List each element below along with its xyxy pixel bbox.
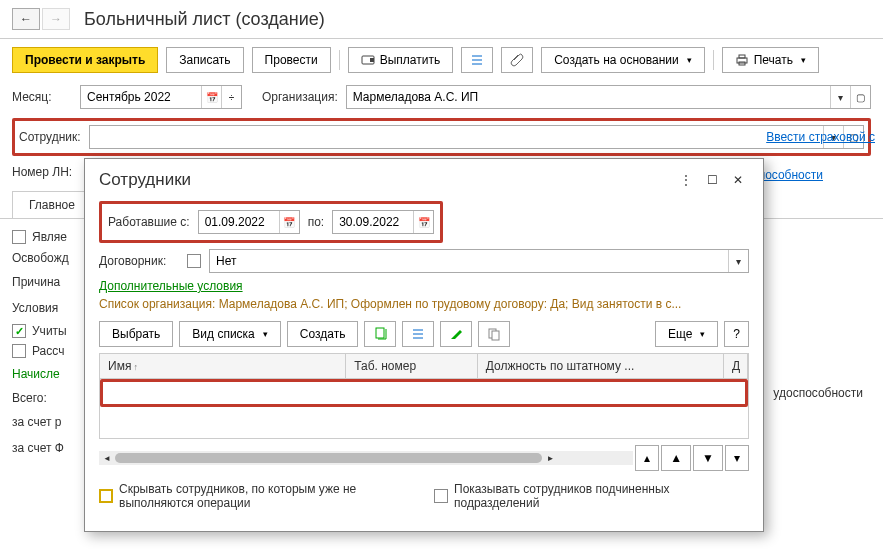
date-to-calendar-icon[interactable]: 📅 — [413, 211, 433, 233]
back-button[interactable]: ← — [12, 8, 40, 30]
extra-conditions-link[interactable]: Дополнительные условия — [99, 279, 749, 293]
view-button[interactable]: Вид списка — [179, 321, 280, 347]
spinner-icon[interactable]: ÷ — [221, 86, 241, 108]
calc-checkbox[interactable] — [12, 344, 26, 358]
employee-input[interactable] — [90, 127, 823, 147]
attach-button[interactable] — [501, 47, 533, 73]
col-d[interactable]: Д — [724, 354, 748, 378]
printer-icon — [735, 53, 749, 67]
hide-label: Скрывать сотрудников, по которым уже не … — [119, 482, 379, 510]
paperclip-icon — [510, 53, 524, 67]
date-to-label: по: — [308, 215, 325, 229]
popup-title: Сотрудники — [99, 170, 671, 190]
calc-label: Рассч — [32, 344, 64, 358]
accounting-checkbox[interactable] — [12, 324, 26, 338]
month-label: Месяц: — [12, 90, 72, 104]
svg-rect-1 — [370, 58, 374, 62]
list-button[interactable] — [461, 47, 493, 73]
col-tab[interactable]: Таб. номер — [346, 354, 478, 378]
date-filter-row: Работавшие с: 📅 по: 📅 — [102, 204, 440, 240]
pay-button[interactable]: Выплатить — [348, 47, 454, 73]
scroll-left-icon[interactable]: ◄ — [99, 451, 115, 465]
is-label: Являе — [32, 230, 67, 244]
show-sub-label: Показывать сотрудников подчиненных подра… — [454, 482, 714, 510]
popup-more-icon[interactable]: ⋮ — [675, 169, 697, 191]
worked-from-label: Работавшие с: — [108, 215, 190, 229]
org-dropdown-icon[interactable]: ▾ — [830, 86, 850, 108]
popup-maximize-icon[interactable]: ☐ — [701, 169, 723, 191]
insurance-link[interactable]: Ввести страховой с — [766, 130, 875, 144]
date-from-calendar-icon[interactable]: 📅 — [279, 211, 299, 233]
list-icon — [470, 53, 484, 67]
popup-footer: Скрывать сотрудников, по которым уже не … — [99, 471, 749, 521]
date-from-input[interactable] — [199, 212, 279, 232]
month-input-group: 📅 ÷ — [80, 85, 242, 109]
org-open-icon[interactable]: ▢ — [850, 86, 870, 108]
list-icon — [411, 327, 425, 341]
create-based-button[interactable]: Создать на основании — [541, 47, 705, 73]
main-toolbar: Провести и закрыть Записать Провести Вып… — [0, 39, 883, 81]
forward-button: → — [42, 8, 70, 30]
org-input-group: ▾ ▢ — [346, 85, 871, 109]
popup-header: Сотрудники ⋮ ☐ ✕ — [85, 159, 763, 201]
list2-button[interactable] — [402, 321, 434, 347]
page-title: Больничный лист (создание) — [84, 9, 325, 30]
grid-body — [99, 379, 749, 439]
tab-main[interactable]: Главное — [12, 191, 92, 218]
employee-label: Сотрудник: — [19, 130, 81, 144]
show-sub-checkbox[interactable] — [434, 489, 448, 503]
h-scrollbar[interactable]: ◄ ► — [99, 451, 633, 465]
wallet-icon — [361, 53, 375, 67]
filter-summary: Список организация: Мармеладова А.С. ИП;… — [99, 293, 749, 315]
copy-button[interactable] — [364, 321, 396, 347]
col-name[interactable]: Имя↑ — [100, 354, 346, 378]
employee-row-container: Сотрудник: ▾ ▢ — [0, 113, 883, 161]
scroll-top-button[interactable]: ▴ — [635, 445, 659, 471]
popup-body: Работавшие с: 📅 по: 📅 Договорник: ▾ Допо… — [85, 201, 763, 531]
select-button[interactable]: Выбрать — [99, 321, 173, 347]
popup-toolbar: Выбрать Вид списка Создать Еще ? — [99, 315, 749, 353]
documents-icon — [487, 327, 501, 341]
scroll-down-button[interactable]: ▼ — [693, 445, 723, 471]
insurance-link-container: Ввести страховой с — [766, 130, 875, 144]
grid-empty-row[interactable] — [100, 379, 748, 407]
scroll-bottom-button[interactable]: ▾ — [725, 445, 749, 471]
page-header: ← → Больничный лист (создание) — [0, 0, 883, 39]
help-button[interactable]: ? — [724, 321, 749, 347]
scroll-right-icon[interactable]: ► — [542, 451, 558, 465]
hide-checkbox[interactable] — [99, 489, 113, 503]
svg-rect-6 — [739, 55, 745, 58]
calendar-icon[interactable]: 📅 — [201, 86, 221, 108]
print-button[interactable]: Печать — [722, 47, 819, 73]
submit-close-button[interactable]: Провести и закрыть — [12, 47, 158, 73]
accounting-label: Учиты — [32, 324, 67, 338]
submit-button[interactable]: Провести — [252, 47, 331, 73]
employee-input-group: ▾ ▢ — [89, 125, 864, 149]
col-position[interactable]: Должность по штатному ... — [478, 354, 724, 378]
edit-button[interactable] — [440, 321, 472, 347]
svg-rect-8 — [376, 328, 384, 338]
copy-icon — [373, 327, 387, 341]
grid-header: Имя↑ Таб. номер Должность по штатному ..… — [99, 353, 749, 379]
ln-label: Номер ЛН: — [12, 165, 72, 179]
save-button[interactable]: Записать — [166, 47, 243, 73]
date-to-input[interactable] — [333, 212, 413, 232]
docs-button[interactable] — [478, 321, 510, 347]
more-button[interactable]: Еще — [655, 321, 718, 347]
pencil-icon — [449, 327, 463, 341]
contractor-checkbox[interactable] — [187, 254, 201, 268]
truncated-text: удоспособности — [773, 386, 863, 400]
org-label: Организация: — [262, 90, 338, 104]
is-checkbox[interactable] — [12, 230, 26, 244]
contractor-input[interactable] — [210, 251, 728, 271]
svg-rect-13 — [492, 331, 499, 340]
month-org-row: Месяц: 📅 ÷ Организация: ▾ ▢ — [0, 81, 883, 113]
month-input[interactable] — [81, 87, 201, 107]
contractor-dropdown-icon[interactable]: ▾ — [728, 250, 748, 272]
scroll-up-button[interactable]: ▲ — [661, 445, 691, 471]
popup-close-icon[interactable]: ✕ — [727, 169, 749, 191]
employee-picker-popup: Сотрудники ⋮ ☐ ✕ Работавшие с: 📅 по: 📅 Д… — [84, 158, 764, 532]
create-button[interactable]: Создать — [287, 321, 359, 347]
contractor-label: Договорник: — [99, 254, 179, 268]
org-input[interactable] — [347, 87, 830, 107]
